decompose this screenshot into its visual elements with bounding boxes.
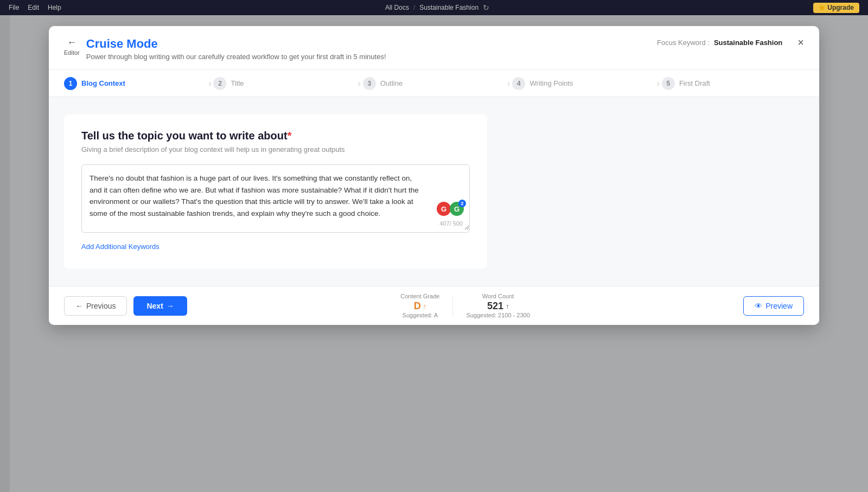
section-title-text: Tell us the topic you want to write abou… <box>81 130 288 142</box>
breadcrumb-part2[interactable]: Sustainable Fashion <box>419 4 478 11</box>
breadcrumb: All Docs / Sustainable Fashion ↻ <box>385 3 489 12</box>
word-count-number: 521 <box>487 301 503 312</box>
modal-footer: ← Previous Next → Content Grade D ↑ <box>49 286 819 325</box>
add-keywords-link[interactable]: Add Additional Keywords <box>81 242 159 251</box>
word-count-metric: Word Count 521 ↑ Suggested: 2100 - 2300 <box>453 293 542 318</box>
upgrade-label: Upgrade <box>827 4 854 11</box>
word-count-value: 521 ↑ <box>487 301 509 312</box>
context-textarea-wrapper: G G 2 407/ 500 <box>81 164 470 233</box>
grammarly-icon: G <box>437 202 451 216</box>
step-num-4: 4 <box>512 77 525 90</box>
modal-header: ← Editor Cruise Mode Power through blog … <box>49 26 819 70</box>
word-count-label: Word Count <box>482 293 514 299</box>
step-chevron-3: › <box>507 79 510 88</box>
content-grade-label: Content Grade <box>400 293 439 299</box>
step-blog-context[interactable]: 1 Blog Context <box>64 77 206 90</box>
breadcrumb-separator: / <box>413 4 415 11</box>
top-bar: File Edit Help All Docs / Sustainable Fa… <box>0 0 868 15</box>
step-num-1: 1 <box>64 77 77 90</box>
next-label: Next <box>146 302 163 310</box>
next-arrow-icon: → <box>167 302 174 310</box>
grammarly-g2-icon: G 2 <box>450 202 464 216</box>
step-label-5: First Draft <box>679 79 710 87</box>
step-label-4: Writing Points <box>529 79 573 87</box>
step-num-5: 5 <box>662 77 675 90</box>
menu-edit[interactable]: Edit <box>28 4 39 11</box>
top-bar-menu: File Edit Help <box>9 4 61 11</box>
preview-label: Preview <box>765 302 793 310</box>
background-content: ← Editor Cruise Mode Power through blog … <box>0 15 868 492</box>
back-arrow-icon: ← <box>67 37 76 48</box>
step-label-2: Title <box>231 79 244 87</box>
content-grade-arrow: ↑ <box>423 303 426 310</box>
step-chevron-2: › <box>358 79 361 88</box>
modal-body: Tell us the topic you want to write abou… <box>49 97 819 286</box>
section-subtitle: Giving a brief description of your blog … <box>81 145 470 154</box>
modal-header-left: ← Editor Cruise Mode Power through blog … <box>64 37 386 61</box>
footer-metrics: Content Grade D ↑ Suggested: A Word Coun… <box>387 293 543 318</box>
upgrade-icon: ★ <box>819 4 825 12</box>
step-label-1: Blog Context <box>81 79 125 87</box>
footer-right: 👁 Preview <box>743 296 804 316</box>
modal-title: Cruise Mode <box>86 37 386 51</box>
step-num-3: 3 <box>363 77 376 90</box>
previous-button[interactable]: ← Previous <box>64 296 127 316</box>
menu-file[interactable]: File <box>9 4 19 11</box>
focus-keyword-value: Sustainable Fashion <box>714 39 782 47</box>
required-star: * <box>288 130 292 142</box>
preview-eye-icon: 👁 <box>755 302 762 310</box>
step-chevron-4: › <box>657 79 660 88</box>
modal-header-right: Focus Keyword : Sustainable Fashion × <box>657 37 804 48</box>
textarea-icons: G G 2 <box>437 202 464 216</box>
focus-keyword-label: Focus Keyword : <box>657 39 710 47</box>
step-num-2: 2 <box>213 77 226 90</box>
step-label-3: Outline <box>380 79 403 87</box>
upgrade-button[interactable]: ★ Upgrade <box>813 3 859 13</box>
step-first-draft[interactable]: 5 First Draft <box>662 77 804 90</box>
back-to-editor-button[interactable]: ← Editor <box>64 37 80 56</box>
breadcrumb-icon: ↻ <box>483 3 489 12</box>
grammarly-badge: 2 <box>458 200 466 207</box>
step-chevron-1: › <box>208 79 211 88</box>
modal-title-block: Cruise Mode Power through blog writing w… <box>86 37 386 61</box>
grammarly-g2-label: G <box>454 205 459 213</box>
top-bar-right: ★ Upgrade <box>813 3 859 13</box>
close-button[interactable]: × <box>797 37 804 48</box>
step-writing-points[interactable]: 4 Writing Points <box>512 77 654 90</box>
prev-arrow-icon: ← <box>75 302 83 310</box>
step-title[interactable]: 2 Title <box>213 77 355 90</box>
modal-overlay: ← Editor Cruise Mode Power through blog … <box>0 15 868 492</box>
back-label: Editor <box>64 49 80 56</box>
menu-help[interactable]: Help <box>48 4 61 11</box>
blog-context-textarea[interactable] <box>82 165 469 230</box>
grammarly-label: G <box>441 205 446 213</box>
content-grade-suggested: Suggested: A <box>403 312 438 318</box>
next-button[interactable]: Next → <box>133 296 187 316</box>
content-grade-letter: D <box>414 301 421 312</box>
section-title: Tell us the topic you want to write abou… <box>81 130 470 142</box>
content-grade-metric: Content Grade D ↑ Suggested: A <box>387 293 452 318</box>
modal-subtitle: Power through blog writing with our care… <box>86 53 386 61</box>
prev-label: Previous <box>86 302 116 310</box>
step-outline[interactable]: 3 Outline <box>363 77 505 90</box>
char-count: 407/ 500 <box>439 220 463 227</box>
stepper: 1 Blog Context › 2 Title › 3 Outline › 4… <box>49 70 819 97</box>
word-count-arrow: ↑ <box>506 303 509 310</box>
preview-button[interactable]: 👁 Preview <box>743 296 804 316</box>
footer-left: ← Previous Next → <box>64 296 187 316</box>
content-grade-value: D ↑ <box>414 301 426 312</box>
content-card: Tell us the topic you want to write abou… <box>64 114 487 269</box>
cruise-mode-modal: ← Editor Cruise Mode Power through blog … <box>49 26 819 325</box>
breadcrumb-part1[interactable]: All Docs <box>385 4 409 11</box>
word-count-suggested: Suggested: 2100 - 2300 <box>466 312 529 318</box>
